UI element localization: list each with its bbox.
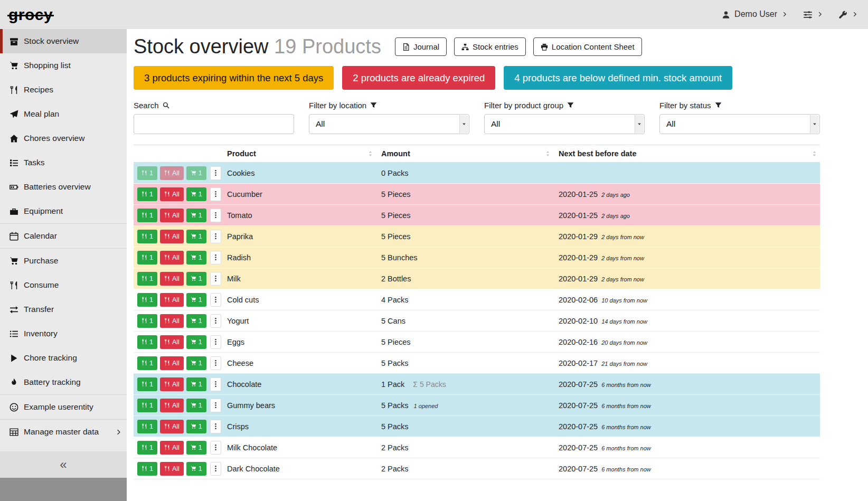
add-to-shopping-list-button[interactable]: 1 [186, 209, 206, 222]
sidebar-item-label: Tasks [24, 158, 45, 167]
sidebar-item-example-userentity[interactable]: Example userentity [0, 395, 127, 419]
add-to-shopping-list-button[interactable]: 1 [186, 230, 206, 243]
row-menu-button[interactable] [210, 399, 221, 412]
consume-all-button[interactable]: All [160, 399, 184, 412]
row-menu-button[interactable] [210, 462, 221, 476]
sidebar-item-tasks[interactable]: Tasks [0, 150, 127, 175]
consume-one-button[interactable]: 1 [137, 335, 157, 349]
row-menu-button[interactable] [210, 356, 221, 370]
row-menu-button[interactable] [210, 377, 221, 391]
add-to-shopping-list-button[interactable]: 1 [186, 377, 206, 391]
consume-one-button[interactable]: 1 [137, 356, 157, 370]
add-to-shopping-list-button[interactable]: 1 [186, 399, 206, 412]
consume-all-button[interactable]: All [160, 462, 184, 476]
consume-all-button[interactable]: All [160, 377, 184, 391]
row-menu-button[interactable] [210, 187, 221, 201]
row-menu-button[interactable] [210, 166, 221, 180]
sidebar-item-meal-plan[interactable]: Meal plan [0, 102, 127, 126]
filter-by-status-select[interactable]: All [659, 114, 820, 134]
row-menu-button[interactable] [210, 293, 221, 307]
add-to-shopping-list-button[interactable]: 1 [186, 166, 206, 180]
column-header-amount[interactable]: Amount [381, 145, 559, 163]
consume-one-button[interactable]: 1 [137, 293, 157, 307]
consume-one-button[interactable]: 1 [137, 420, 157, 433]
sidebar-item-shopping-list[interactable]: Shopping list [0, 53, 127, 78]
search-input[interactable] [134, 114, 294, 134]
consume-all-button[interactable]: All [160, 187, 184, 201]
filter-by-product-group-select[interactable]: All [484, 114, 645, 134]
location-content-sheet-button[interactable]: Location Content Sheet [533, 37, 642, 56]
add-to-shopping-list-button[interactable]: 1 [186, 441, 206, 455]
consume-all-button[interactable]: All [160, 441, 184, 455]
sidebar-item-manage-master-data[interactable]: Manage master data [0, 420, 127, 444]
sidebar-item-transfer[interactable]: Transfer [0, 297, 127, 322]
consume-all-button[interactable]: All [160, 293, 184, 307]
consume-all-button[interactable]: All [160, 335, 184, 349]
row-menu-button[interactable] [210, 441, 221, 455]
add-to-shopping-list-button[interactable]: 1 [186, 251, 206, 264]
filter-by-location-select[interactable]: All [309, 114, 469, 134]
add-to-shopping-list-button[interactable]: 1 [186, 462, 206, 476]
consume-all-button[interactable]: All [160, 356, 184, 370]
consume-one-button[interactable]: 1 [137, 399, 157, 412]
column-header-date[interactable]: Next best before date [559, 145, 820, 163]
consume-all-button[interactable]: All [160, 420, 184, 433]
consume-all-button[interactable]: All [160, 230, 184, 243]
sidebar-item-chore-tracking[interactable]: Chore tracking [0, 346, 127, 370]
banner-expiring[interactable]: 3 products expiring within the next 5 da… [134, 66, 334, 90]
row-menu-button[interactable] [210, 209, 221, 222]
consume-one-button[interactable]: 1 [137, 314, 157, 328]
sidebar-item-equipment[interactable]: Equipment [0, 199, 127, 223]
consume-one-button[interactable]: 1 [137, 272, 157, 286]
add-to-shopping-list-button[interactable]: 1 [186, 272, 206, 286]
add-to-shopping-list-button[interactable]: 1 [186, 293, 206, 307]
consume-all-button[interactable]: All [160, 166, 184, 180]
sidebar-item-inventory[interactable]: Inventory [0, 322, 127, 346]
add-to-shopping-list-button[interactable]: 1 [186, 335, 206, 349]
consume-one-button[interactable]: 1 [137, 230, 157, 243]
banner-belowmin[interactable]: 4 products are below defined min. stock … [504, 66, 732, 90]
consume-one-button[interactable]: 1 [137, 441, 157, 455]
sidebar-item-stock-overview[interactable]: Stock overview [0, 29, 127, 53]
sidebar-item-purchase[interactable]: Purchase [0, 249, 127, 273]
consume-one-button[interactable]: 1 [137, 209, 157, 222]
sidebar-item-chores-overview[interactable]: Chores overview [0, 126, 127, 150]
table-row: 1All1Eggs5 Pieces2020-02-1620 days from … [134, 332, 820, 353]
sidebar-item-calendar[interactable]: Calendar [0, 224, 127, 248]
consume-all-button[interactable]: All [160, 272, 184, 286]
product-amount: 5 Pieces [381, 205, 559, 226]
table-row: 1All1Paprika5 Pieces2020-01-292 days fro… [134, 226, 820, 247]
add-to-shopping-list-button[interactable]: 1 [186, 420, 206, 433]
settings-menu[interactable] [803, 10, 823, 20]
consume-one-button[interactable]: 1 [137, 166, 157, 180]
add-to-shopping-list-button[interactable]: 1 [186, 314, 206, 328]
user-menu[interactable]: Demo User [722, 10, 787, 19]
row-menu-button[interactable] [210, 420, 221, 433]
tools-menu[interactable] [838, 10, 857, 19]
consume-one-button[interactable]: 1 [137, 462, 157, 476]
consume-all-button[interactable]: All [160, 251, 184, 264]
sidebar-item-recipes[interactable]: Recipes [0, 78, 127, 102]
banner-expired[interactable]: 2 products are already expired [342, 66, 495, 90]
row-menu-button[interactable] [210, 335, 221, 349]
stock-entries-button[interactable]: Stock entries [454, 37, 526, 56]
sidebar-item-consume[interactable]: Consume [0, 273, 127, 297]
sidebar-item-battery-tracking[interactable]: Battery tracking [0, 370, 127, 394]
sidebar-collapse-button[interactable]: « [0, 451, 127, 478]
consume-all-button[interactable]: All [160, 314, 184, 328]
row-menu-button[interactable] [210, 272, 221, 286]
row-menu-button[interactable] [210, 314, 221, 328]
consume-one-button[interactable]: 1 [137, 187, 157, 201]
consume-one-button[interactable]: 1 [137, 377, 157, 391]
stock-table: Product Amount Next best before date 1Al… [134, 145, 820, 483]
logo[interactable]: grocy [8, 6, 53, 24]
consume-one-button[interactable]: 1 [137, 251, 157, 264]
row-menu-button[interactable] [210, 251, 221, 264]
row-menu-button[interactable] [210, 230, 221, 243]
consume-all-button[interactable]: All [160, 209, 184, 222]
column-header-product[interactable]: Product [227, 145, 381, 163]
add-to-shopping-list-button[interactable]: 1 [186, 356, 206, 370]
journal-button[interactable]: Journal [395, 37, 447, 56]
add-to-shopping-list-button[interactable]: 1 [186, 187, 206, 201]
sidebar-item-batteries-overview[interactable]: Batteries overview [0, 175, 127, 199]
